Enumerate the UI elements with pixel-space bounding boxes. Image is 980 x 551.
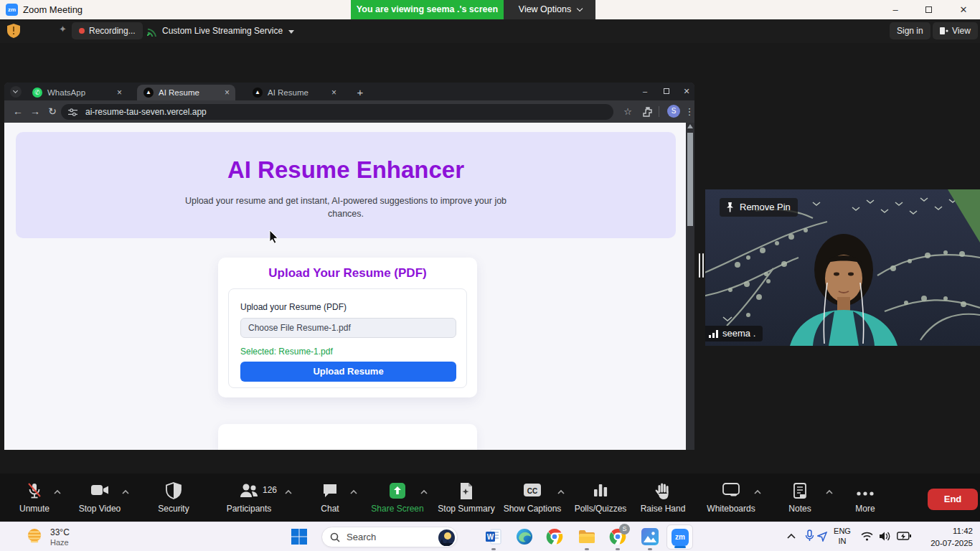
dropdown-arrow-icon <box>288 30 294 34</box>
language-indicator[interactable]: ENG IN <box>832 527 852 547</box>
extensions-icon[interactable] <box>643 107 653 117</box>
chat-options-chevron[interactable] <box>349 489 358 495</box>
start-button[interactable] <box>291 528 308 545</box>
participant-name-badge: seema . <box>705 326 763 342</box>
shield-warning-icon[interactable] <box>7 24 20 38</box>
zoom-meeting-window: zm Zoom Meeting You are viewing seema .'… <box>0 0 980 551</box>
windows-taskbar: 33°C Haze Search W S <box>0 522 980 551</box>
security-button[interactable]: Security <box>134 474 213 522</box>
taskbar-edge-icon[interactable] <box>516 528 533 545</box>
window-title: Zoom Meeting <box>23 0 83 19</box>
tray-microphone-icon[interactable] <box>805 529 814 543</box>
tray-chevron-up-icon[interactable] <box>786 532 796 540</box>
recording-indicator[interactable]: Recording... <box>72 22 143 39</box>
shield-icon <box>166 482 182 499</box>
tab-close-icon[interactable]: × <box>225 85 230 100</box>
more-button[interactable]: More <box>826 474 905 522</box>
taskbar-photos-icon[interactable] <box>641 528 659 545</box>
upload-card-title: Upload Your Resume (PDF) <box>218 266 477 281</box>
maximize-button[interactable] <box>916 0 941 19</box>
tab-ai-resume-active[interactable]: ▲ AI Resume × <box>137 85 235 100</box>
file-input[interactable]: Choose File Resume-1.pdf <box>240 318 456 338</box>
video-camera-icon <box>90 482 109 498</box>
taskbar-word-icon[interactable]: W <box>485 528 502 545</box>
taskbar-file-explorer-icon[interactable] <box>578 528 595 545</box>
tray-date: 20-07-2025 <box>925 537 973 550</box>
notes-icon <box>793 482 807 499</box>
search-highlight-image[interactable] <box>438 529 455 546</box>
browser-maximize-button[interactable] <box>657 83 676 100</box>
view-layout-button[interactable]: View <box>933 22 978 39</box>
toolbar-divider <box>659 106 659 117</box>
scrollbar-thumb[interactable] <box>687 133 693 226</box>
participants-count: 126 <box>263 485 277 495</box>
minimize-button[interactable]: – <box>883 0 908 19</box>
pinned-participant-video[interactable]: Remove Pin seema . <box>705 189 980 346</box>
tray-location-icon[interactable] <box>817 532 827 542</box>
whiteboards-button[interactable]: Whiteboards <box>692 474 771 522</box>
sign-in-button[interactable]: Sign in <box>890 22 930 39</box>
address-bar[interactable]: ai-resume-tau-seven.vercel.app <box>61 104 613 120</box>
tray-time: 11:42 <box>925 525 973 537</box>
back-button[interactable]: ← <box>10 100 26 123</box>
close-button[interactable]: ✕ <box>951 0 976 19</box>
shared-browser-window: ✆ WhatsApp × ▲ AI Resume × ▲ AI Resume ×… <box>4 83 694 450</box>
upload-resume-button[interactable]: Upload Resume <box>240 362 456 382</box>
tab-whatsapp[interactable]: ✆ WhatsApp × <box>26 85 128 100</box>
zoom-app-icon: zm <box>6 4 18 16</box>
new-tab-button[interactable]: + <box>352 85 368 100</box>
taskbar-chrome-icon[interactable] <box>546 528 563 545</box>
stop-video-button[interactable]: Stop Video <box>60 474 139 522</box>
tab-close-icon[interactable]: × <box>117 85 122 100</box>
battery-icon[interactable] <box>897 532 911 540</box>
next-section-card: AI Suggestions <box>218 424 477 450</box>
show-captions-button[interactable]: CC Show Captions <box>493 474 572 522</box>
clock-widget[interactable]: 11:42 20-07-2025 <box>925 525 973 549</box>
participants-button[interactable]: Participants <box>209 474 288 522</box>
view-options-button[interactable]: View Options <box>504 0 595 19</box>
share-screen-icon <box>389 482 406 499</box>
upload-card: Upload Your Resume (PDF) Upload your Res… <box>218 258 477 397</box>
tab-ai-resume-2[interactable]: ▲ AI Resume × <box>246 85 342 100</box>
reload-button[interactable]: ↻ <box>44 100 60 123</box>
sparkle-icon[interactable]: ✦ <box>59 24 67 34</box>
raise-hand-button[interactable]: Raise Hand <box>623 474 702 522</box>
remove-pin-button[interactable]: Remove Pin <box>720 198 798 217</box>
running-indicator <box>648 548 652 550</box>
profile-avatar[interactable]: S <box>667 105 680 118</box>
streaming-service-dropdown[interactable]: Custom Live Streaming Service <box>162 22 294 39</box>
browser-close-button[interactable]: ✕ <box>677 83 694 100</box>
scroll-up-arrow-icon[interactable] <box>687 124 693 128</box>
taskbar-chrome-profile-icon[interactable]: S <box>609 528 626 545</box>
browser-menu-icon[interactable]: ⋮ <box>682 100 694 123</box>
panel-resize-handle[interactable] <box>699 253 705 278</box>
zoom-titlebar: zm Zoom Meeting You are viewing seema .'… <box>0 0 980 19</box>
webpage-content: AI Resume Enhancer Upload your resume an… <box>4 123 694 450</box>
raised-hand-icon <box>655 482 671 500</box>
share-screen-button[interactable]: Share Screen <box>358 474 437 522</box>
bookmark-star-icon[interactable]: ☆ <box>620 100 636 123</box>
captions-icon: CC <box>523 482 542 498</box>
haze-sun-icon <box>24 526 44 546</box>
speaker-icon[interactable] <box>879 531 891 542</box>
browser-toolbar: ← → ↻ ai-resume-tau-seven.vercel.app ☆ S… <box>4 100 694 123</box>
site-settings-icon[interactable] <box>68 108 77 117</box>
search-icon <box>330 532 340 542</box>
active-app-indicator <box>674 546 686 548</box>
browser-minimize-button[interactable]: – <box>636 83 654 100</box>
wifi-icon[interactable] <box>861 532 873 541</box>
end-meeting-button[interactable]: End <box>928 489 978 510</box>
weather-widget[interactable] <box>24 526 44 549</box>
forward-button[interactable]: → <box>27 100 43 123</box>
tab-search-chevron-button[interactable] <box>10 86 22 98</box>
chevron-down-icon <box>577 6 583 11</box>
ai-resume-favicon: ▲ <box>143 88 154 98</box>
running-indicator <box>616 548 620 550</box>
participants-icon <box>239 482 259 499</box>
page-scrollbar[interactable] <box>686 123 694 450</box>
tab-close-icon[interactable]: × <box>331 85 336 100</box>
taskbar-zoom-icon[interactable]: zm <box>666 524 693 550</box>
video-options-chevron[interactable] <box>121 489 130 495</box>
screen-share-banner: You are viewing seema .'s screen <box>351 0 504 19</box>
taskbar-search[interactable]: Search <box>321 527 458 547</box>
